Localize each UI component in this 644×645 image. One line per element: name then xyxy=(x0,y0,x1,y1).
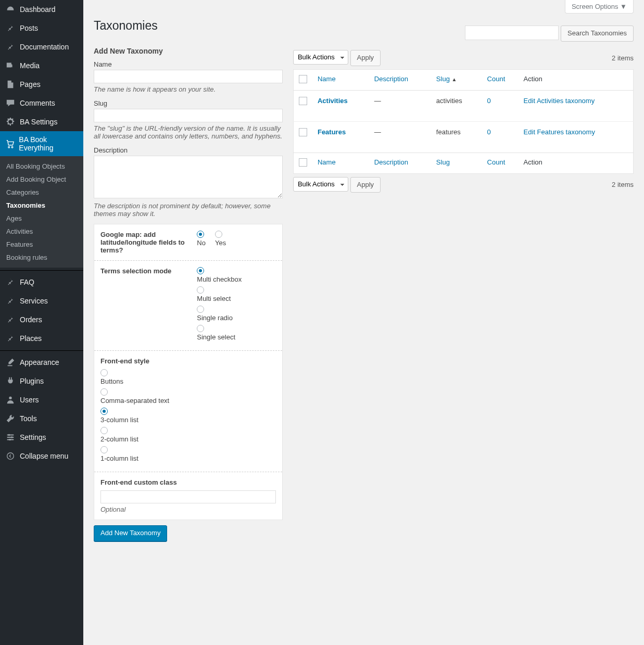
svg-point-0 xyxy=(9,397,11,399)
menu-item-dashboard[interactable]: Dashboard xyxy=(0,0,83,19)
pin-icon xyxy=(5,42,16,52)
add-taxonomy-button[interactable]: Add New Taxonomy xyxy=(94,525,167,541)
col-count-foot[interactable]: Count xyxy=(482,153,519,173)
col-name-foot[interactable]: Name xyxy=(312,153,369,173)
menu-item-posts[interactable]: Posts xyxy=(0,19,83,37)
selection-mode-label: Terms selection mode xyxy=(100,267,197,344)
menu-item-documentation[interactable]: Documentation xyxy=(0,37,83,56)
menu-item-appearance[interactable]: Appearance xyxy=(0,353,83,372)
menu-item-services[interactable]: Services xyxy=(0,292,83,310)
search-input[interactable] xyxy=(465,26,559,40)
items-count-top: 2 items xyxy=(612,54,634,62)
svg-point-2 xyxy=(11,436,13,438)
search-button[interactable]: Search Taxonomies xyxy=(561,26,634,42)
front-style-radio-4[interactable] xyxy=(100,446,108,453)
page-icon xyxy=(5,79,16,90)
media-icon xyxy=(5,60,16,71)
select-all-bottom[interactable] xyxy=(299,158,307,167)
gmap-option-label: Google map: add latitude/longitude field… xyxy=(100,231,197,254)
screen-options-button[interactable]: Screen Options ▼ xyxy=(565,0,634,14)
sliders-icon xyxy=(5,432,16,442)
selection-mode-radio-2[interactable] xyxy=(197,306,204,313)
taxonomy-list-panel: Bulk Actions Apply 2 items Name Descript… xyxy=(293,47,634,541)
menu-item-plugins[interactable]: Plugins xyxy=(0,372,83,390)
name-input[interactable] xyxy=(94,70,283,83)
menu-item-orders[interactable]: Orders xyxy=(0,310,83,329)
pin-icon xyxy=(5,314,16,325)
bulk-actions-select-bottom[interactable]: Bulk Actions xyxy=(293,177,348,192)
submenu-item-categories[interactable]: Categories xyxy=(0,186,83,199)
taxonomy-name-link[interactable]: Features xyxy=(318,128,346,136)
cart-icon xyxy=(5,138,15,149)
add-taxonomy-form: Add New Taxonomy Name The name is how it… xyxy=(94,47,283,541)
menu-item-collapse-menu[interactable]: Collapse menu xyxy=(0,447,83,465)
submenu-item-features[interactable]: Features xyxy=(0,238,83,251)
gmap-options: NoYes xyxy=(197,231,276,254)
table-row: Features—features0Edit Features taxonomy xyxy=(293,121,633,153)
pin-icon xyxy=(5,333,16,344)
apply-button-bottom[interactable]: Apply xyxy=(350,177,381,193)
collapse-icon xyxy=(5,451,16,461)
col-action: Action xyxy=(519,69,634,90)
col-description[interactable]: Description xyxy=(369,69,431,90)
admin-sidebar: DashboardPostsDocumentationMediaPagesCom… xyxy=(0,0,83,645)
selection-mode-options: Multi checkboxMulti selectSingle radioSi… xyxy=(197,267,276,344)
menu-item-settings[interactable]: Settings xyxy=(0,428,83,447)
edit-taxonomy-link[interactable]: Edit Activities taxonomy xyxy=(524,97,595,105)
selection-mode-radio-3[interactable] xyxy=(197,325,204,332)
sort-asc-icon: ▲ xyxy=(452,77,457,82)
front-style-radio-1[interactable] xyxy=(100,388,108,396)
col-name[interactable]: Name xyxy=(312,69,369,90)
row-checkbox[interactable] xyxy=(299,128,307,136)
svg-point-4 xyxy=(7,453,14,460)
front-style-options: ButtonsComma-separated text3-column list… xyxy=(100,369,276,462)
submenu-item-booking-rules[interactable]: Booking rules xyxy=(0,251,83,264)
form-heading: Add New Taxonomy xyxy=(94,47,283,55)
user-icon xyxy=(5,395,16,405)
custom-class-input[interactable] xyxy=(100,490,276,503)
menu-item-places[interactable]: Places xyxy=(0,329,83,348)
apply-button-top[interactable]: Apply xyxy=(350,50,381,66)
submenu-item-taxonomies[interactable]: Taxonomies xyxy=(0,199,83,212)
menu-item-media[interactable]: Media xyxy=(0,56,83,75)
menu-item-ba-book-everything[interactable]: BA Book Everything xyxy=(0,131,83,156)
col-count[interactable]: Count xyxy=(482,69,519,90)
col-description-foot[interactable]: Description xyxy=(369,153,431,173)
front-style-radio-3[interactable] xyxy=(100,427,108,434)
submenu-item-all-booking-objects[interactable]: All Booking Objects xyxy=(0,160,83,173)
selection-mode-radio-1[interactable] xyxy=(197,286,204,294)
slug-label: Slug xyxy=(94,99,283,107)
description-input[interactable] xyxy=(94,156,283,198)
menu-item-tools[interactable]: Tools xyxy=(0,409,83,428)
pin-icon xyxy=(5,277,16,287)
gmap-radio-yes[interactable] xyxy=(215,231,222,238)
bulk-actions-select-top[interactable]: Bulk Actions xyxy=(293,50,348,65)
taxonomy-count-link[interactable]: 0 xyxy=(487,97,491,105)
col-slug[interactable]: Slug ▲ xyxy=(431,69,482,90)
taxonomy-count-link[interactable]: 0 xyxy=(487,128,491,136)
gmap-radio-no[interactable] xyxy=(197,231,204,238)
edit-taxonomy-link[interactable]: Edit Features taxonomy xyxy=(524,128,595,136)
content-wrap: Screen Options ▼ Taxonomies Search Taxon… xyxy=(83,0,644,645)
comment-icon xyxy=(5,98,16,108)
taxonomy-name-link[interactable]: Activities xyxy=(318,97,348,105)
submenu-item-activities[interactable]: Activities xyxy=(0,225,83,238)
front-style-radio-0[interactable] xyxy=(100,369,108,376)
slug-input[interactable] xyxy=(94,109,283,122)
select-all-top[interactable] xyxy=(299,75,307,83)
front-style-radio-2[interactable] xyxy=(100,408,108,415)
menu-item-faq[interactable]: FAQ xyxy=(0,273,83,292)
col-slug-foot[interactable]: Slug xyxy=(431,153,482,173)
submenu-item-add-booking-object[interactable]: Add Booking Object xyxy=(0,173,83,186)
front-style-label: Front-end style xyxy=(100,357,276,365)
menu-item-users[interactable]: Users xyxy=(0,390,83,409)
plug-icon xyxy=(5,376,16,386)
description-help: The description is not prominent by defa… xyxy=(94,202,283,218)
slug-help: The "slug" is the URL-friendly version o… xyxy=(94,124,283,140)
menu-item-comments[interactable]: Comments xyxy=(0,94,83,112)
submenu-item-ages[interactable]: Ages xyxy=(0,212,83,225)
menu-item-pages[interactable]: Pages xyxy=(0,75,83,94)
menu-item-ba-settings[interactable]: BA Settings xyxy=(0,112,83,131)
row-checkbox[interactable] xyxy=(299,97,307,105)
selection-mode-radio-0[interactable] xyxy=(197,267,204,274)
